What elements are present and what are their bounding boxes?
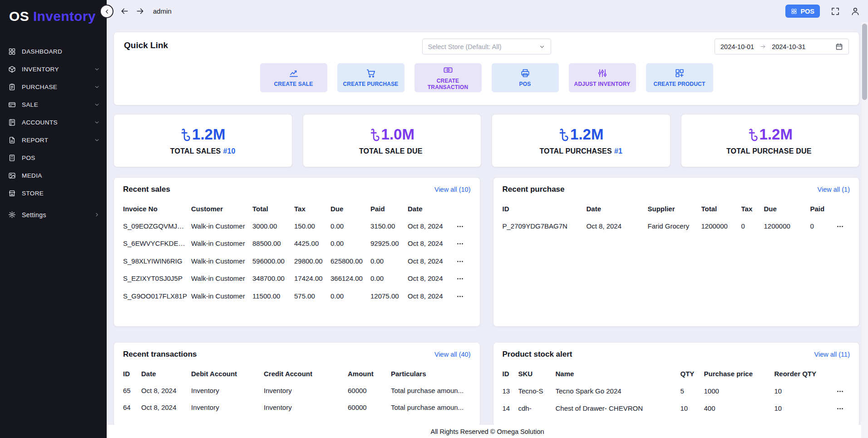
row-actions-button[interactable] — [456, 240, 464, 248]
printer-icon — [520, 68, 530, 78]
cell: Total purchase amoun... — [391, 399, 471, 416]
adjust-inventory-button[interactable]: ADJUST INVENTORY — [569, 63, 636, 92]
user-icon[interactable] — [851, 7, 860, 16]
date-end: 2024-10-31 — [772, 43, 805, 50]
create-sale-button[interactable]: CREATE SALE — [260, 63, 327, 92]
cell: 625800.00 — [330, 252, 370, 270]
topbar-right: POS — [785, 5, 860, 18]
sidebar-item-dashboard[interactable]: DASHBOARD — [0, 43, 107, 60]
sidebar-item-media[interactable]: MEDIA — [0, 167, 107, 184]
view-all-transactions-link[interactable]: View all (40) — [434, 351, 471, 358]
cell: Inventory — [264, 399, 348, 416]
sidebar-item-accounts[interactable]: ACCOUNTS — [0, 114, 107, 131]
tile-label: CREATE TRANSACTION — [416, 78, 480, 90]
back-arrow-icon[interactable] — [120, 7, 129, 15]
sidebar-item-sale[interactable]: SALE — [0, 96, 107, 114]
table-row: P_2709YDG7BAG7N Oct 8, 2024 Farid Grocer… — [503, 217, 850, 235]
cell: Oct 8, 2024 — [408, 252, 452, 270]
pos-button[interactable]: POS — [785, 5, 820, 18]
forward-arrow-icon[interactable] — [136, 7, 144, 15]
row-actions-button[interactable] — [456, 258, 464, 265]
cell: 575.00 — [294, 287, 330, 305]
sidebar-item-settings[interactable]: Settings — [0, 206, 107, 224]
cell: Oct 8, 2024 — [408, 287, 452, 305]
sidebar-item-purchase[interactable]: PURCHASE — [0, 78, 107, 96]
cell: Walk-in Customer — [191, 287, 252, 305]
vertical-scrollbar[interactable] — [861, 22, 868, 438]
view-all-sales-link[interactable]: View all (10) — [434, 186, 471, 193]
recent-transactions-table: ID Date Debit Account Credit Account Amo… — [123, 365, 471, 416]
cell: Walk-in Customer — [191, 235, 252, 253]
date-range-picker[interactable]: 2024-10-01 2024-10-31 — [715, 39, 849, 55]
cell: 60000 — [348, 382, 391, 399]
column-header: Name — [556, 365, 681, 382]
sidebar-item-store[interactable]: STORE — [0, 184, 107, 202]
table-row: S_09EOZGQVMJEYJ Walk-in Customer 3000.00… — [123, 217, 471, 235]
pos-tile-button[interactable]: POS — [492, 63, 559, 92]
cell: Oct 8, 2024 — [408, 235, 452, 253]
tile-label: ADJUST INVENTORY — [574, 81, 631, 87]
row-actions-button[interactable] — [456, 223, 464, 230]
recent-sales-card: Recent sales View all (10) Invoice No Cu… — [113, 177, 480, 327]
scrollbar-thumb[interactable] — [862, 24, 867, 100]
row-actions-button[interactable] — [836, 388, 844, 395]
stat-label: TOTAL PURCHASES#1 — [539, 147, 622, 155]
cell: 12075.00 — [370, 287, 408, 305]
product-grid-icon — [675, 68, 685, 78]
create-transaction-button[interactable]: CREATE TRANSACTION — [414, 63, 482, 92]
cell: 10 — [774, 400, 833, 418]
quick-link-card: Quick Link Select Store (Default: All) 2… — [113, 32, 859, 105]
cell: 366124.00 — [330, 270, 370, 288]
sidebar-item-inventory[interactable]: INVENTORY — [0, 60, 107, 78]
calendar-icon — [835, 43, 843, 50]
view-all-stock-link[interactable]: View all (11) — [814, 351, 850, 358]
pos-button-label: POS — [800, 8, 814, 15]
create-purchase-button[interactable]: CREATE PURCHASE — [337, 63, 404, 92]
cell: Farid Grocery — [648, 217, 701, 235]
stat-count-link[interactable]: #10 — [223, 147, 235, 155]
card-title: Recent purchase — [503, 185, 565, 194]
stat-label: TOTAL SALE DUE — [359, 147, 425, 155]
fullscreen-icon[interactable] — [831, 7, 840, 16]
cell: 13 — [503, 382, 518, 400]
row-actions-button[interactable] — [456, 293, 464, 300]
cell: Inventory — [191, 399, 264, 416]
recent-purchase-card: Recent purchase View all (1) ID Date Sup… — [493, 177, 860, 327]
sidebar-collapse-button[interactable] — [100, 5, 113, 18]
row-actions-button[interactable] — [836, 405, 844, 413]
row-actions-button[interactable] — [456, 275, 464, 283]
recent-purchase-table: ID Date Supplier Total Tax Due Paid P_27… — [503, 200, 850, 235]
row-actions-button[interactable] — [836, 223, 844, 230]
table-header-row: ID Date Supplier Total Tax Due Paid — [503, 200, 850, 217]
topbar: admin POS — [107, 0, 868, 22]
gear-icon — [8, 211, 16, 219]
sidebar-menu: DASHBOARD INVENTORY PURCHASE SALE ACCOUN… — [0, 33, 107, 224]
view-all-purchase-link[interactable]: View all (1) — [818, 186, 850, 193]
sidebar-item-pos[interactable]: POS — [0, 149, 107, 167]
column-header: Paid — [810, 200, 833, 217]
chevron-down-icon — [94, 102, 100, 108]
card-title: Recent transactions — [123, 350, 197, 359]
sidebar-item-report[interactable]: REPORT — [0, 131, 107, 149]
cell: 0.00 — [330, 217, 370, 235]
banknote-icon — [443, 65, 453, 75]
stat-card-total-sales: 1.2M TOTAL SALES#10 — [113, 114, 292, 167]
table-row: S_G9OO017FLX81P Walk-in Customer 11500.0… — [123, 287, 471, 305]
stat-label: TOTAL SALES#10 — [170, 147, 236, 155]
store-select[interactable]: Select Store (Default: All) — [422, 39, 551, 55]
chevron-left-icon — [104, 8, 110, 15]
cell: 348700.00 — [252, 270, 294, 288]
create-product-button[interactable]: CREATE PRODUCT — [646, 63, 713, 92]
stat-card-total-purchases: 1.2M TOTAL PURCHASES#1 — [492, 114, 671, 167]
stat-count-link[interactable]: #1 — [614, 147, 622, 155]
table-row: 13 Tecno-S Tecno Spark Go 2024 5 1000 10 — [503, 382, 850, 400]
sidebar-item-label: STORE — [22, 190, 44, 197]
cart-icon — [366, 68, 376, 78]
column-header: Amount — [348, 365, 391, 382]
username-label: admin — [153, 7, 172, 15]
table-row: 64 Oct 8, 2024 Inventory Inventory 60000… — [123, 399, 471, 416]
sidebar-item-label: DASHBOARD — [22, 48, 62, 55]
sidebar-item-label: REPORT — [22, 137, 48, 144]
cell: Tecno Spark Go 2024 — [556, 382, 681, 400]
column-header — [452, 200, 471, 217]
